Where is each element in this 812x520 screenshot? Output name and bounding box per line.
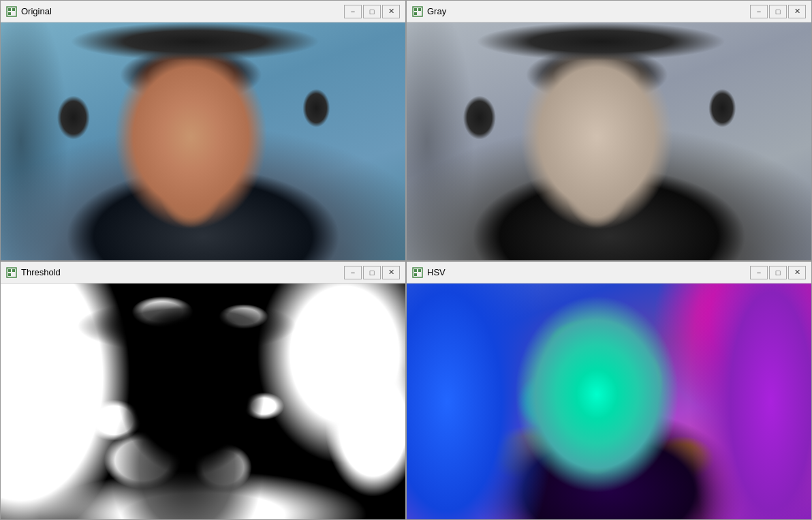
- window-title-threshold: Threshold: [21, 267, 344, 277]
- app-icon-threshold: [6, 267, 17, 278]
- svg-rect-5: [414, 8, 417, 11]
- window-hsv: HSV − □ ✕: [406, 261, 812, 520]
- svg-rect-6: [418, 8, 421, 11]
- maximize-button-threshold[interactable]: □: [363, 266, 381, 279]
- minimize-button-original[interactable]: −: [344, 5, 362, 18]
- minimize-button-gray[interactable]: −: [750, 5, 768, 18]
- window-gray: Gray − □ ✕: [406, 0, 812, 261]
- svg-rect-7: [414, 12, 417, 15]
- window-title-hsv: HSV: [427, 267, 750, 277]
- app-icon-gray: [412, 6, 423, 17]
- titlebar-threshold: Threshold − □ ✕: [1, 262, 405, 284]
- svg-rect-9: [8, 269, 11, 272]
- titlebar-buttons-hsv: − □ ✕: [750, 266, 806, 279]
- image-threshold: [1, 284, 405, 519]
- window-original: Original − □ ✕: [0, 0, 406, 261]
- svg-rect-2: [12, 8, 15, 11]
- svg-rect-15: [414, 273, 417, 276]
- window-title-original: Original: [21, 6, 344, 16]
- maximize-button-hsv[interactable]: □: [769, 266, 787, 279]
- close-button-original[interactable]: ✕: [382, 5, 400, 18]
- maximize-button-original[interactable]: □: [363, 5, 381, 18]
- content-gray: [407, 22, 811, 260]
- close-button-hsv[interactable]: ✕: [788, 266, 806, 279]
- svg-rect-10: [12, 269, 15, 272]
- app-icon-original: [6, 6, 17, 17]
- image-hsv: [407, 284, 811, 519]
- image-original: [1, 22, 405, 260]
- svg-rect-1: [8, 8, 11, 11]
- svg-rect-14: [418, 269, 421, 272]
- image-gray: [407, 22, 811, 260]
- content-original: [1, 22, 405, 260]
- svg-rect-11: [8, 273, 11, 276]
- titlebar-buttons-threshold: − □ ✕: [344, 266, 400, 279]
- maximize-button-gray[interactable]: □: [769, 5, 787, 18]
- window-threshold: Threshold − □ ✕: [0, 261, 406, 520]
- minimize-button-hsv[interactable]: −: [750, 266, 768, 279]
- svg-rect-3: [8, 12, 11, 15]
- content-hsv: [407, 284, 811, 519]
- svg-rect-13: [414, 269, 417, 272]
- app-icon-hsv: [412, 267, 423, 278]
- titlebar-buttons-gray: − □ ✕: [750, 5, 806, 18]
- titlebar-hsv: HSV − □ ✕: [407, 262, 811, 284]
- minimize-button-threshold[interactable]: −: [344, 266, 362, 279]
- close-button-gray[interactable]: ✕: [788, 5, 806, 18]
- titlebar-original: Original − □ ✕: [1, 1, 405, 22]
- window-title-gray: Gray: [427, 6, 750, 16]
- titlebar-gray: Gray − □ ✕: [407, 1, 811, 22]
- titlebar-buttons-original: − □ ✕: [344, 5, 400, 18]
- close-button-threshold[interactable]: ✕: [382, 266, 400, 279]
- content-threshold: [1, 284, 405, 519]
